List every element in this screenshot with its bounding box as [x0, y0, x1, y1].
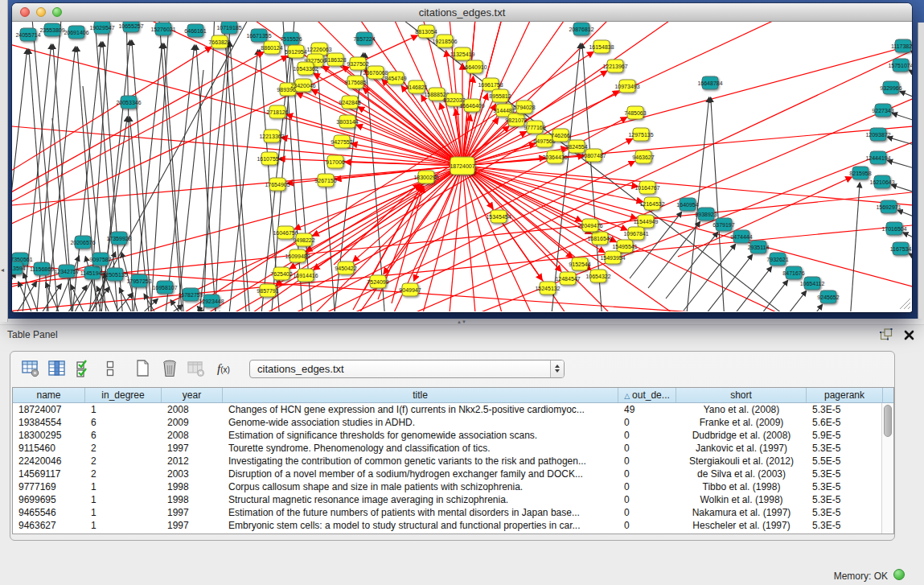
table-cell[interactable]: 9463627: [13, 519, 85, 532]
memory-status-indicator[interactable]: [893, 569, 905, 580]
table-cell[interactable]: 5.6E-5: [807, 416, 883, 429]
citation-edge-black[interactable]: [888, 137, 912, 147]
table-cell[interactable]: 1: [85, 519, 162, 532]
table-cell[interactable]: Estimation of the future numbers of pati…: [223, 506, 618, 519]
citation-edge-black[interactable]: [909, 253, 912, 262]
table-cell[interactable]: 9115460: [13, 442, 85, 455]
table-cell[interactable]: 18300295: [13, 429, 85, 442]
table-cell[interactable]: 5.3E-5: [807, 519, 883, 532]
table-row[interactable]: 2242004622012Investigating the contribut…: [13, 455, 893, 468]
table-cell[interactable]: de Silva et al. (2003): [676, 468, 807, 480]
column-header-year[interactable]: year: [162, 388, 223, 402]
table-cell[interactable]: 1: [85, 403, 162, 416]
column-header-in_degree[interactable]: in_degree: [85, 388, 162, 402]
close-window-icon[interactable]: [20, 7, 30, 17]
column-header-title[interactable]: title: [223, 388, 618, 402]
citation-edge-black[interactable]: [892, 113, 912, 123]
table-cell[interactable]: 2003: [162, 468, 223, 480]
network-window-titlebar[interactable]: citations_edges.txt: [12, 3, 912, 22]
table-cell[interactable]: 18724007: [13, 403, 85, 416]
float-panel-icon[interactable]: [880, 328, 893, 344]
function-builder-button[interactable]: f(x): [209, 362, 238, 376]
table-cell[interactable]: 1997: [162, 519, 223, 532]
table-cell[interactable]: 1998: [162, 480, 223, 493]
citation-edge-black[interactable]: [98, 117, 127, 311]
table-cell[interactable]: Hescheler et al. (1997): [676, 519, 807, 532]
table-cell[interactable]: 1: [85, 493, 162, 506]
table-cell[interactable]: 14569117: [13, 468, 85, 480]
citation-edge-black[interactable]: [903, 233, 912, 241]
table-cell[interactable]: 6: [85, 429, 162, 442]
citation-edge-black[interactable]: [850, 183, 860, 311]
table-cell[interactable]: 0: [618, 493, 676, 506]
column-header-name[interactable]: name: [13, 388, 85, 402]
table-cell[interactable]: 2: [85, 455, 162, 468]
table-cell[interactable]: 0: [618, 416, 676, 429]
table-cell[interactable]: 2009: [162, 416, 223, 429]
table-cell[interactable]: 0: [618, 519, 676, 532]
table-cell[interactable]: 0: [618, 480, 676, 493]
table-cell[interactable]: 5.3E-5: [807, 493, 883, 506]
column-header-out_de[interactable]: △out_de...: [618, 388, 676, 402]
column-visibility-button[interactable]: [43, 357, 70, 380]
table-cell[interactable]: Nakamura et al. (1997): [676, 506, 807, 519]
table-cell[interactable]: 22420046: [13, 455, 85, 468]
table-cell[interactable]: 1: [85, 506, 162, 519]
citation-edge-black[interactable]: [736, 280, 788, 311]
citation-edge-red[interactable]: [462, 22, 912, 166]
collapse-left-arrow-icon[interactable]: ◂: [1, 266, 7, 275]
table-cell[interactable]: Genome-wide association studies in ADHD.: [223, 416, 618, 429]
citation-edge-black[interactable]: [900, 92, 912, 101]
table-cell[interactable]: 2008: [162, 429, 223, 442]
table-cell[interactable]: Estimation of significance thresholds fo…: [223, 429, 618, 442]
table-cell[interactable]: Dudbridge et al. (2008): [676, 429, 807, 442]
citation-edge-black[interactable]: [165, 45, 195, 311]
citation-edge-black[interactable]: [888, 160, 912, 171]
table-cell[interactable]: 5.3E-5: [807, 403, 883, 416]
close-panel-icon[interactable]: [904, 329, 914, 344]
table-cell[interactable]: 5.3E-5: [807, 442, 883, 455]
table-cell[interactable]: 9465546: [13, 506, 85, 519]
table-cell[interactable]: 1998: [162, 493, 223, 506]
table-row[interactable]: 977716911998Corpus callosum shape and si…: [13, 480, 893, 493]
citation-edge-black[interactable]: [897, 210, 912, 220]
dropdown-stepper-icon[interactable]: [550, 360, 564, 377]
split-pane-handle-icon[interactable]: ▲▼: [456, 319, 467, 324]
right-panel-divider[interactable]: [918, 23, 924, 319]
table-row[interactable]: 911546021997Tourette syndrome. Phenomeno…: [13, 442, 893, 455]
table-cell[interactable]: 0: [618, 468, 676, 480]
new-file-button[interactable]: [129, 357, 156, 380]
table-cell[interactable]: 2008: [162, 403, 223, 416]
citation-edge-red[interactable]: [462, 166, 605, 253]
column-header-pagerank[interactable]: pagerank: [807, 388, 883, 402]
column-header-short[interactable]: short: [676, 388, 807, 402]
minimize-window-icon[interactable]: [36, 7, 46, 17]
table-cell[interactable]: 1997: [162, 506, 223, 519]
table-cell[interactable]: 1997: [162, 442, 223, 455]
scrollbar-thumb[interactable]: [884, 405, 892, 437]
citation-edge-black[interactable]: [160, 305, 183, 311]
canvas-resize-grip[interactable]: [900, 299, 910, 309]
table-cell[interactable]: 5.3E-5: [807, 480, 883, 493]
network-canvas[interactable]: 2405571423553809206914061902954710655257…: [12, 22, 912, 311]
table-cell[interactable]: Tourette syndrome. Phenomenology and cla…: [223, 442, 618, 455]
table-cell[interactable]: 49: [618, 403, 676, 416]
citation-edge-red[interactable]: [462, 22, 912, 166]
citation-edge-black[interactable]: [196, 45, 216, 311]
table-cell[interactable]: Disruption of a novel member of a sodium…: [223, 468, 618, 480]
citation-edge-black[interactable]: [230, 42, 250, 311]
table-row[interactable]: 946362711997Embryonic stem cells: a mode…: [13, 519, 893, 532]
table-selector-dropdown[interactable]: citations_edges.txt: [249, 360, 565, 378]
table-cell[interactable]: Tibbo et al. (1998): [676, 480, 807, 493]
table-cell[interactable]: Corpus callosum shape and size in male p…: [223, 480, 618, 493]
citation-edge-red[interactable]: [313, 166, 462, 236]
citation-edge-black[interactable]: [909, 70, 912, 78]
table-cell[interactable]: 5.3E-5: [807, 468, 883, 480]
citation-edge-black[interactable]: [754, 290, 807, 311]
table-cell[interactable]: 9777169: [13, 480, 85, 493]
citation-edge-black[interactable]: [700, 254, 753, 311]
table-cell[interactable]: 5.3E-5: [807, 506, 883, 519]
citation-edge-red[interactable]: [462, 166, 860, 311]
table-cell[interactable]: Structural magnetic resonance image aver…: [223, 493, 618, 506]
table-cell[interactable]: Wolkin et al. (1998): [676, 493, 807, 506]
